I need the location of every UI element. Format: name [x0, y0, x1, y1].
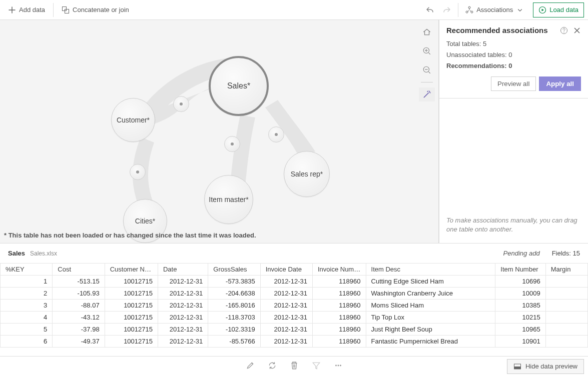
divider	[439, 98, 588, 98]
divider	[458, 3, 458, 17]
table-cell: -49.37	[53, 336, 105, 348]
association-canvas[interactable]: Sales* Customer* Item master* Sales rep*…	[0, 20, 439, 243]
table-cell: -88.07	[53, 300, 105, 312]
edit-icon[interactable]	[246, 361, 255, 372]
svg-point-2	[468, 6, 470, 8]
home-zoom-button[interactable]	[419, 25, 435, 39]
association-joint[interactable]	[268, 126, 284, 142]
bubble-label: Sales rep*	[291, 170, 323, 178]
table-cell: 2	[1, 288, 53, 300]
bubble-label: Item master*	[209, 196, 248, 204]
bubble-sales-rep[interactable]: Sales rep*	[284, 151, 330, 197]
close-icon[interactable]	[573, 26, 581, 34]
table-cell: -85.5766	[208, 336, 260, 348]
table-cell: -105.93	[53, 288, 105, 300]
hide-label: Hide data preview	[525, 362, 577, 370]
column-header[interactable]: Item Number	[495, 264, 545, 276]
association-joint[interactable]	[224, 136, 240, 152]
chevron-down-icon	[516, 6, 524, 14]
zoom-out-button[interactable]	[419, 63, 435, 77]
undo-icon	[426, 6, 434, 14]
table-cell: 6	[1, 336, 53, 348]
panel-icon	[513, 362, 521, 370]
table-cell: 10696	[495, 276, 545, 288]
column-header[interactable]: Margin	[545, 264, 587, 276]
table-cell: 118960	[312, 324, 366, 336]
table-cell: 118960	[312, 336, 366, 348]
concatenate-icon	[62, 6, 70, 14]
table-cell: 2012-12-31	[158, 324, 208, 336]
concatenate-button[interactable]: Concatenate or join	[58, 3, 133, 17]
total-tables-row: Total tables: 5	[446, 38, 581, 50]
apply-all-button[interactable]: Apply all	[539, 76, 581, 91]
bubble-item-master[interactable]: Item master*	[204, 175, 253, 224]
table-cell: 2012-12-31	[158, 276, 208, 288]
table-row[interactable]: 1-513.15100127152012-12-31-573.38352012-…	[1, 276, 588, 288]
table-row[interactable]: 5-37.98100127152012-12-31-102.33192012-1…	[1, 324, 588, 336]
table-cell	[545, 336, 587, 348]
table-row[interactable]: 4-43.12100127152012-12-31-118.37032012-1…	[1, 312, 588, 324]
table-cell	[545, 288, 587, 300]
table-cell: 4	[1, 312, 53, 324]
table-cell	[545, 276, 587, 288]
column-header[interactable]: Item Desc	[366, 264, 495, 276]
data-preview-table[interactable]: %KEYCostCustomer N…DateGrossSalesInvoice…	[0, 263, 588, 356]
table-cell: 1	[1, 276, 53, 288]
fields-count: Fields: 15	[552, 250, 580, 257]
column-header[interactable]: Cost	[53, 264, 105, 276]
column-header[interactable]: Invoice Num…	[312, 264, 366, 276]
table-cell: Moms Sliced Ham	[366, 300, 495, 312]
table-cell: -37.98	[53, 324, 105, 336]
table-row[interactable]: 3-88.07100127152012-12-31-165.80162012-1…	[1, 300, 588, 312]
load-data-button[interactable]: Load data	[533, 2, 584, 18]
top-toolbar: Add data Concatenate or join Association	[0, 0, 588, 20]
help-icon[interactable]	[560, 26, 568, 34]
column-header[interactable]: GrossSales	[208, 264, 260, 276]
preview-title: Sales	[8, 250, 25, 257]
redo-button[interactable]	[439, 3, 455, 17]
add-data-button[interactable]: Add data	[4, 3, 49, 17]
table-row[interactable]: 2-105.93100127152012-12-31-204.66382012-…	[1, 288, 588, 300]
table-cell: -102.3319	[208, 324, 260, 336]
preview-all-button[interactable]: Preview all	[491, 76, 536, 91]
table-cell: -573.3835	[208, 276, 260, 288]
bubble-sales[interactable]: Sales*	[209, 56, 269, 116]
association-joint[interactable]	[173, 96, 189, 112]
table-cell: 2012-12-31	[260, 312, 312, 324]
associations-label: Associations	[476, 6, 513, 14]
data-preview-header: Sales Sales.xlsx Pending add Fields: 15	[0, 243, 588, 263]
table-cell: 10012715	[105, 288, 158, 300]
column-header[interactable]: Date	[158, 264, 208, 276]
table-cell: 3	[1, 300, 53, 312]
magic-wand-button[interactable]	[419, 88, 435, 102]
associations-menu[interactable]: Associations	[461, 3, 528, 17]
undo-button[interactable]	[422, 3, 438, 17]
table-cell: 10012715	[105, 336, 158, 348]
table-cell: 10012715	[105, 276, 158, 288]
filter-icon[interactable]	[312, 361, 321, 372]
column-header[interactable]: %KEY	[1, 264, 53, 276]
svg-point-10	[337, 365, 339, 366]
more-icon[interactable]	[334, 361, 343, 372]
zoom-in-button[interactable]	[419, 44, 435, 58]
delete-icon[interactable]	[290, 361, 299, 372]
table-cell: -165.8016	[208, 300, 260, 312]
table-cell: 10901	[495, 336, 545, 348]
refresh-icon[interactable]	[268, 361, 277, 372]
svg-point-11	[340, 365, 341, 366]
column-header[interactable]: Customer N…	[105, 264, 158, 276]
column-header[interactable]: Invoice Date	[260, 264, 312, 276]
divider	[421, 82, 433, 82]
panel-title: Recommended associations	[446, 26, 560, 34]
table-cell: 10385	[495, 300, 545, 312]
table-row[interactable]: 6-49.37100127152012-12-31-85.57662012-12…	[1, 336, 588, 348]
table-cell	[545, 312, 587, 324]
table-cell: Cutting Edge Sliced Ham	[366, 276, 495, 288]
recommended-associations-panel: Recommended associations Total tables: 5…	[439, 20, 588, 243]
table-cell: 2012-12-31	[260, 288, 312, 300]
pending-add-label: Pending add	[503, 250, 540, 257]
hide-data-preview-button[interactable]: Hide data preview	[507, 359, 584, 374]
association-joint[interactable]	[130, 164, 146, 180]
bubble-customer[interactable]: Customer*	[111, 98, 155, 142]
table-cell: 2012-12-31	[158, 300, 208, 312]
